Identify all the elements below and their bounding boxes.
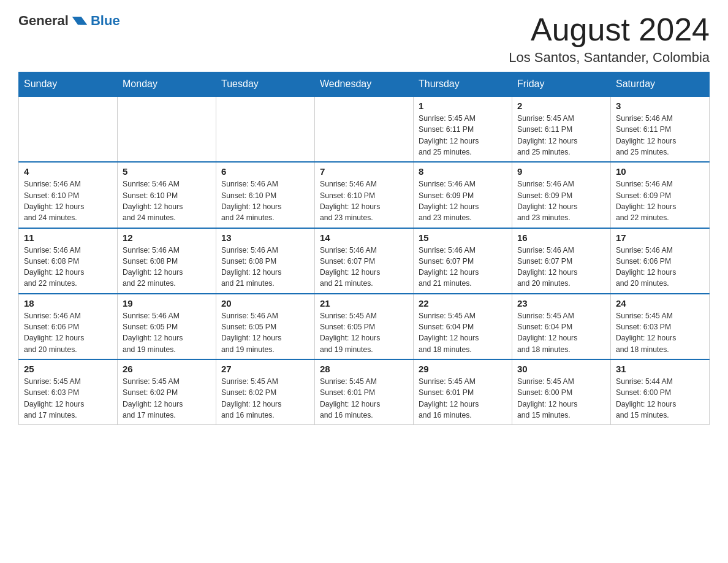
calendar-day-19: 19Sunrise: 5:46 AMSunset: 6:05 PMDayligh… [118, 294, 216, 359]
day-info: Sunrise: 5:46 AMSunset: 6:08 PMDaylight:… [123, 246, 183, 288]
calendar-day-21: 21Sunrise: 5:45 AMSunset: 6:05 PMDayligh… [315, 294, 414, 359]
day-info: Sunrise: 5:45 AMSunset: 6:11 PMDaylight:… [517, 114, 577, 156]
logo: General Blue [18, 12, 120, 29]
day-info: Sunrise: 5:46 AMSunset: 6:09 PMDaylight:… [419, 180, 479, 222]
calendar-day-7: 7Sunrise: 5:46 AMSunset: 6:10 PMDaylight… [315, 162, 414, 228]
day-number: 21 [320, 298, 408, 308]
calendar-day-22: 22Sunrise: 5:45 AMSunset: 6:04 PMDayligh… [414, 294, 512, 359]
calendar-day-6: 6Sunrise: 5:46 AMSunset: 6:10 PMDaylight… [216, 162, 315, 228]
day-info: Sunrise: 5:46 AMSunset: 6:10 PMDaylight:… [320, 180, 380, 222]
day-info: Sunrise: 5:45 AMSunset: 6:02 PMDaylight:… [221, 377, 281, 419]
calendar-empty-cell [118, 96, 216, 162]
day-number: 19 [123, 298, 211, 308]
calendar-day-30: 30Sunrise: 5:45 AMSunset: 6:00 PMDayligh… [512, 359, 611, 425]
calendar-day-26: 26Sunrise: 5:45 AMSunset: 6:02 PMDayligh… [118, 359, 216, 425]
day-info: Sunrise: 5:45 AMSunset: 6:04 PMDaylight:… [517, 312, 577, 354]
day-info: Sunrise: 5:45 AMSunset: 6:03 PMDaylight:… [616, 312, 676, 354]
day-number: 18 [24, 298, 112, 308]
day-info: Sunrise: 5:45 AMSunset: 6:11 PMDaylight:… [419, 114, 479, 156]
day-number: 10 [616, 166, 704, 177]
calendar-day-11: 11Sunrise: 5:46 AMSunset: 6:08 PMDayligh… [19, 228, 118, 294]
day-number: 6 [221, 166, 309, 177]
day-info: Sunrise: 5:45 AMSunset: 6:03 PMDaylight:… [24, 377, 84, 419]
calendar-day-1: 1Sunrise: 5:45 AMSunset: 6:11 PMDaylight… [414, 96, 512, 162]
column-header-monday: Monday [118, 72, 216, 97]
day-number: 5 [123, 166, 211, 177]
calendar-day-15: 15Sunrise: 5:46 AMSunset: 6:07 PMDayligh… [414, 228, 512, 294]
day-info: Sunrise: 5:46 AMSunset: 6:10 PMDaylight:… [24, 180, 84, 222]
day-number: 17 [616, 232, 704, 243]
day-info: Sunrise: 5:45 AMSunset: 6:05 PMDaylight:… [320, 312, 380, 354]
calendar-day-25: 25Sunrise: 5:45 AMSunset: 6:03 PMDayligh… [19, 359, 118, 425]
calendar-day-29: 29Sunrise: 5:45 AMSunset: 6:01 PMDayligh… [414, 359, 512, 425]
month-title: August 2024 [509, 12, 710, 47]
calendar-day-20: 20Sunrise: 5:46 AMSunset: 6:05 PMDayligh… [216, 294, 315, 359]
calendar-day-3: 3Sunrise: 5:46 AMSunset: 6:11 PMDaylight… [611, 96, 710, 162]
calendar-day-12: 12Sunrise: 5:46 AMSunset: 6:08 PMDayligh… [118, 228, 216, 294]
calendar-week-row: 25Sunrise: 5:45 AMSunset: 6:03 PMDayligh… [19, 359, 710, 425]
day-info: Sunrise: 5:46 AMSunset: 6:10 PMDaylight:… [221, 180, 281, 222]
day-info: Sunrise: 5:46 AMSunset: 6:07 PMDaylight:… [320, 246, 380, 288]
day-number: 2 [517, 101, 605, 111]
column-header-sunday: Sunday [19, 72, 118, 97]
day-number: 22 [419, 298, 507, 308]
day-number: 7 [320, 166, 408, 177]
column-header-saturday: Saturday [611, 72, 710, 97]
day-number: 3 [616, 101, 704, 111]
calendar-day-13: 13Sunrise: 5:46 AMSunset: 6:08 PMDayligh… [216, 228, 315, 294]
calendar-table: SundayMondayTuesdayWednesdayThursdayFrid… [18, 72, 710, 425]
calendar-day-4: 4Sunrise: 5:46 AMSunset: 6:10 PMDaylight… [19, 162, 118, 228]
day-info: Sunrise: 5:46 AMSunset: 6:09 PMDaylight:… [616, 180, 676, 222]
logo-icon [71, 12, 88, 29]
calendar-empty-cell [19, 96, 118, 162]
title-block: August 2024 Los Santos, Santander, Colom… [509, 12, 710, 66]
calendar-day-10: 10Sunrise: 5:46 AMSunset: 6:09 PMDayligh… [611, 162, 710, 228]
calendar-day-14: 14Sunrise: 5:46 AMSunset: 6:07 PMDayligh… [315, 228, 414, 294]
day-number: 13 [221, 232, 309, 243]
day-info: Sunrise: 5:46 AMSunset: 6:09 PMDaylight:… [517, 180, 577, 222]
location: Los Santos, Santander, Colombia [509, 50, 710, 66]
day-number: 27 [221, 364, 309, 374]
calendar-day-5: 5Sunrise: 5:46 AMSunset: 6:10 PMDaylight… [118, 162, 216, 228]
day-info: Sunrise: 5:44 AMSunset: 6:00 PMDaylight:… [616, 377, 676, 419]
calendar-empty-cell [315, 96, 414, 162]
day-info: Sunrise: 5:46 AMSunset: 6:05 PMDaylight:… [123, 312, 183, 354]
calendar-day-16: 16Sunrise: 5:46 AMSunset: 6:07 PMDayligh… [512, 228, 611, 294]
day-number: 28 [320, 364, 408, 374]
column-header-wednesday: Wednesday [315, 72, 414, 97]
day-number: 29 [419, 364, 507, 374]
calendar-week-row: 1Sunrise: 5:45 AMSunset: 6:11 PMDaylight… [19, 96, 710, 162]
day-info: Sunrise: 5:45 AMSunset: 6:02 PMDaylight:… [123, 377, 183, 419]
calendar-week-row: 4Sunrise: 5:46 AMSunset: 6:10 PMDaylight… [19, 162, 710, 228]
calendar-week-row: 11Sunrise: 5:46 AMSunset: 6:08 PMDayligh… [19, 228, 710, 294]
day-number: 8 [419, 166, 507, 177]
day-info: Sunrise: 5:45 AMSunset: 6:04 PMDaylight:… [419, 312, 479, 354]
day-info: Sunrise: 5:45 AMSunset: 6:00 PMDaylight:… [517, 377, 577, 419]
day-info: Sunrise: 5:46 AMSunset: 6:08 PMDaylight:… [24, 246, 84, 288]
day-number: 26 [123, 364, 211, 374]
logo-text-blue: Blue [91, 13, 120, 29]
day-info: Sunrise: 5:46 AMSunset: 6:07 PMDaylight:… [419, 246, 479, 288]
column-header-friday: Friday [512, 72, 611, 97]
column-header-tuesday: Tuesday [216, 72, 315, 97]
day-number: 16 [517, 232, 605, 243]
day-info: Sunrise: 5:46 AMSunset: 6:07 PMDaylight:… [517, 246, 577, 288]
calendar-day-24: 24Sunrise: 5:45 AMSunset: 6:03 PMDayligh… [611, 294, 710, 359]
column-header-thursday: Thursday [414, 72, 512, 97]
day-number: 4 [24, 166, 112, 177]
calendar-day-28: 28Sunrise: 5:45 AMSunset: 6:01 PMDayligh… [315, 359, 414, 425]
day-number: 20 [221, 298, 309, 308]
logo-text-general: General [18, 13, 69, 29]
day-number: 14 [320, 232, 408, 243]
day-number: 24 [616, 298, 704, 308]
calendar-header-row: SundayMondayTuesdayWednesdayThursdayFrid… [19, 72, 710, 97]
day-number: 23 [517, 298, 605, 308]
day-info: Sunrise: 5:46 AMSunset: 6:05 PMDaylight:… [221, 312, 281, 354]
day-number: 15 [419, 232, 507, 243]
calendar-day-23: 23Sunrise: 5:45 AMSunset: 6:04 PMDayligh… [512, 294, 611, 359]
day-info: Sunrise: 5:45 AMSunset: 6:01 PMDaylight:… [320, 377, 380, 419]
day-info: Sunrise: 5:46 AMSunset: 6:10 PMDaylight:… [123, 180, 183, 222]
calendar-day-2: 2Sunrise: 5:45 AMSunset: 6:11 PMDaylight… [512, 96, 611, 162]
calendar-day-31: 31Sunrise: 5:44 AMSunset: 6:00 PMDayligh… [611, 359, 710, 425]
day-info: Sunrise: 5:46 AMSunset: 6:08 PMDaylight:… [221, 246, 281, 288]
